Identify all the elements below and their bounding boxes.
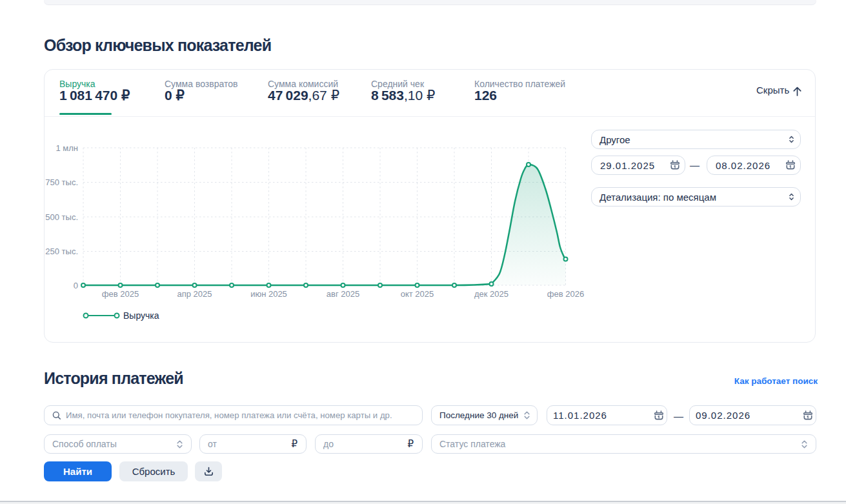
svg-text:0: 0 [74,281,78,290]
svg-text:апр 2025: апр 2025 [177,289,212,299]
svg-text:фев 2026: фев 2026 [547,289,584,299]
svg-text:июн 2025: июн 2025 [250,289,287,299]
svg-text:авг 2025: авг 2025 [327,289,359,299]
svg-text:Выручка: Выручка [123,310,159,321]
svg-text:1 млн: 1 млн [55,143,78,153]
svg-text:250 тыс.: 250 тыс. [45,247,78,256]
svg-text:фев 2025: фев 2025 [102,289,139,299]
svg-text:500 тыс.: 500 тыс. [45,212,78,222]
svg-text:окт 2025: окт 2025 [401,289,434,299]
svg-text:750 тыс.: 750 тыс. [45,177,78,187]
svg-text:дек 2025: дек 2025 [474,289,509,299]
